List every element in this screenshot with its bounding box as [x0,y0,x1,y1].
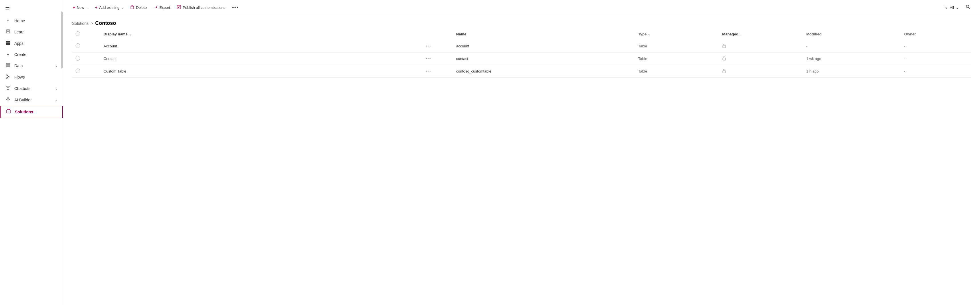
solutions-icon [6,109,11,115]
row-name-2: contoso_customtable [453,65,635,78]
sidebar-item-label: Chatbots [14,86,51,91]
col-header-owner: Owner [901,28,971,40]
svg-point-15 [8,87,8,88]
more-options-button[interactable]: ••• [229,3,242,12]
lock-icon [722,70,726,74]
sidebar-item-data[interactable]: Data ⌄ [0,60,63,71]
svg-point-12 [6,77,8,79]
select-all-radio[interactable] [76,32,80,36]
row-type-1: Table [635,52,719,65]
filter-button[interactable]: All ⌄ [941,3,962,12]
svg-point-11 [9,76,10,77]
row-display-name-2: Custom Table [100,65,422,78]
sidebar-scrollbar[interactable] [61,11,63,68]
search-button[interactable] [963,3,973,12]
create-icon: + [5,52,11,57]
table-row[interactable]: Custom Table ••• contoso_customtable Tab… [72,65,971,78]
row-name-0: account [453,40,635,52]
breadcrumb-current: Contoso [95,20,116,26]
delete-button[interactable]: Delete [127,3,150,12]
delete-label: Delete [136,5,147,10]
svg-point-14 [7,87,8,88]
sidebar-item-solutions[interactable]: Solutions [0,106,63,118]
row-modified-1: 1 wk ago [803,52,901,65]
flows-icon [5,74,11,80]
svg-point-16 [9,87,9,88]
publish-label: Publish all customizations [183,5,225,10]
svg-line-37 [969,8,970,9]
export-label: Export [159,5,170,10]
hamburger-menu[interactable]: ☰ [0,0,63,16]
svg-rect-4 [8,41,10,43]
col-header-type[interactable]: Type ⌄ [635,28,719,40]
row-managed-2 [719,65,803,78]
row-radio-0[interactable] [72,40,100,52]
sidebar-item-label: Create [14,52,57,57]
sidebar-item-label: Flows [14,75,57,79]
add-existing-label: Add existing [99,5,119,10]
chevron-down-icon: ⌄ [55,64,57,68]
sidebar-item-label: AI Builder [14,98,51,102]
solutions-table: Display name ⌄ Name Type ⌄ [72,28,971,78]
export-button[interactable]: Export [151,3,173,12]
sidebar-item-apps[interactable]: Apps [0,38,63,49]
new-label: New [77,5,84,10]
row-type-0: Table [635,40,719,52]
svg-rect-39 [723,58,725,60]
row-type-2: Table [635,65,719,78]
chatbots-icon [5,86,11,92]
ai-builder-icon [5,97,11,103]
row-owner-2: - [901,65,971,78]
table-area: Display name ⌄ Name Type ⌄ [63,28,980,305]
row-managed-1 [719,52,803,65]
new-chevron-icon: ⌄ [86,6,88,9]
search-icon [966,5,970,10]
export-icon [154,5,158,10]
breadcrumb-separator: > [91,21,93,25]
breadcrumb-solutions-link[interactable]: Solutions [72,21,89,26]
col-type-label: Type [638,32,647,36]
sidebar-item-label: Learn [14,30,57,34]
filter-chevron-icon: ⌄ [956,5,959,10]
svg-point-19 [8,101,8,101]
sidebar-item-flows[interactable]: Flows [0,71,63,83]
main-content: + New ⌄ + Add existing ⌄ Delete Export [63,0,980,305]
sidebar-item-chatbots[interactable]: Chatbots ⌄ [0,83,63,94]
row-more-options-0[interactable]: ••• [422,40,453,52]
lock-icon [722,44,726,49]
sidebar-item-learn[interactable]: Learn [0,26,63,38]
table-row[interactable]: Contact ••• contact Table 1 wk ago - [72,52,971,65]
row-modified-0: - [803,40,901,52]
sidebar: ☰ ⌂ Home Learn Apps + Create Data ⌄ Flow… [0,0,63,305]
row-more-options-2[interactable]: ••• [422,65,453,78]
svg-point-17 [7,98,9,100]
learn-icon [5,29,11,35]
svg-point-20 [6,99,6,100]
sidebar-item-create[interactable]: + Create [0,49,63,60]
svg-rect-32 [177,5,181,9]
table-row[interactable]: Account ••• account Table - - [72,40,971,52]
row-display-name-1: Contact [100,52,422,65]
sidebar-item-ai-builder[interactable]: AI Builder ⌄ [0,94,63,106]
publish-button[interactable]: Publish all customizations [174,3,228,12]
row-owner-1: - [901,52,971,65]
svg-rect-9 [6,66,10,67]
col-name-label: Name [456,32,466,36]
svg-rect-29 [131,6,134,9]
svg-rect-5 [6,43,8,45]
svg-rect-3 [6,41,8,43]
add-existing-button[interactable]: + Add existing ⌄ [92,3,126,11]
add-existing-icon: + [95,5,97,10]
row-radio-2[interactable] [72,65,100,78]
col-display-name-label: Display name [103,32,128,36]
col-header-select [72,28,100,40]
row-more-options-1[interactable]: ••• [422,52,453,65]
data-icon [5,63,11,68]
new-button[interactable]: + New ⌄ [70,3,91,11]
col-header-display-name[interactable]: Display name ⌄ [100,28,422,40]
lock-icon [722,57,726,62]
sidebar-item-home[interactable]: ⌂ Home [0,16,63,26]
row-owner-0: - [901,40,971,52]
row-radio-1[interactable] [72,52,100,65]
col-owner-label: Owner [904,32,916,36]
